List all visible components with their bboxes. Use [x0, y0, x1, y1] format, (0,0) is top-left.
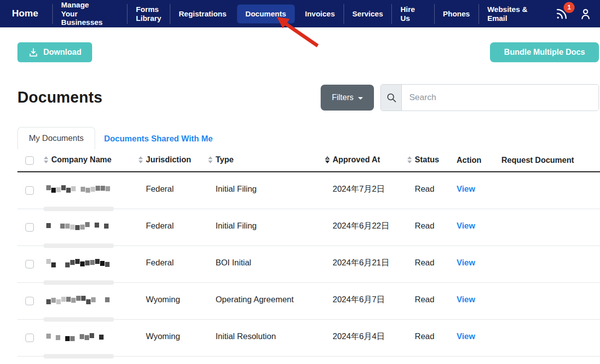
jurisdiction-cell: Wyoming: [135, 283, 205, 320]
table-row: Wyoming Initial Resolution 2024年6月4日 Rea…: [17, 320, 600, 357]
nav-item-documents[interactable]: Documents: [237, 4, 295, 23]
company-name-redacted-line2: [43, 280, 114, 285]
row-checkbox[interactable]: [25, 334, 34, 342]
status-cell: Read: [404, 246, 451, 283]
table-row: Federal Initial Filing 2024年7月2日 Read Vi…: [17, 172, 600, 209]
sort-icon: [44, 156, 48, 163]
download-icon: [28, 47, 38, 57]
sort-icon: [208, 156, 213, 163]
sort-icon-descending: [325, 156, 330, 163]
company-name-redacted: [46, 295, 110, 305]
nav-item-forms-library[interactable]: Forms Library: [127, 4, 170, 24]
column-header-company-name[interactable]: Company Name: [40, 149, 135, 172]
view-link[interactable]: View: [457, 332, 475, 341]
type-cell: Initial Resolution: [205, 320, 322, 357]
jurisdiction-cell: Federal: [135, 172, 205, 209]
view-link[interactable]: View: [457, 184, 475, 193]
column-header-status[interactable]: Status: [404, 149, 451, 172]
nav-item-registrations[interactable]: Registrations: [170, 4, 235, 24]
status-cell: Read: [404, 320, 451, 357]
select-all-checkbox[interactable]: [25, 156, 34, 165]
sort-icon: [138, 156, 143, 163]
column-header-request-document: Request Document: [496, 149, 600, 172]
company-name-cell: [40, 172, 135, 209]
jurisdiction-cell: Federal: [135, 246, 205, 283]
status-cell: Read: [404, 172, 451, 209]
nav-item-websites-email[interactable]: Websites & Email: [479, 4, 555, 24]
download-button[interactable]: Download: [17, 42, 92, 62]
user-icon[interactable]: [579, 7, 592, 20]
view-link[interactable]: View: [457, 295, 475, 304]
row-checkbox[interactable]: [25, 223, 34, 232]
documents-tabs: My Documents Documents Shared With Me: [17, 127, 600, 149]
nav-item-hire-us[interactable]: Hire Us: [391, 4, 434, 24]
company-name-redacted: [46, 332, 109, 342]
row-checkbox[interactable]: [25, 260, 34, 268]
column-header-approved-at[interactable]: Approved At: [322, 149, 404, 172]
column-header-type[interactable]: Type: [205, 149, 322, 172]
company-name-redacted-line2: [43, 207, 114, 211]
search-input[interactable]: [402, 85, 599, 111]
notification-badge: 1: [564, 2, 575, 13]
request-document-cell: [496, 209, 600, 246]
approved-at-cell: 2024年6月4日: [322, 320, 404, 357]
request-document-cell: [496, 357, 600, 364]
approved-at-cell: 2024年7月2日: [322, 172, 404, 209]
filters-button[interactable]: Filters: [321, 85, 374, 111]
nav-item-phones[interactable]: Phones: [434, 4, 479, 24]
status-cell: Read: [404, 209, 451, 246]
view-link[interactable]: View: [457, 258, 475, 267]
tab-documents-shared-with-me[interactable]: Documents Shared With Me: [95, 128, 222, 149]
company-name-redacted: [46, 184, 111, 194]
nav-item-invoices[interactable]: Invoices: [297, 4, 344, 24]
toolbar: Download Bundle Multiple Docs: [17, 42, 600, 62]
chevron-down-icon: [358, 97, 363, 100]
page-title: Documents: [17, 89, 103, 107]
table-row: Wyoming Operating Agreement 2024年6月7日 Re…: [17, 283, 600, 320]
nav-item-home[interactable]: Home: [12, 4, 52, 24]
status-cell: Read: [404, 357, 451, 364]
tab-my-documents[interactable]: My Documents: [17, 127, 95, 149]
top-nav: Home Manage Your Businesses Forms Librar…: [0, 0, 600, 27]
table-row: Federal Initial Filing 2024年6月22日 Read V…: [17, 209, 600, 246]
sort-icon: [407, 156, 412, 163]
company-name-cell: [40, 283, 135, 320]
column-header-action: Action: [451, 149, 496, 172]
request-document-cell: [496, 172, 600, 209]
row-checkbox[interactable]: [25, 297, 34, 305]
type-cell: Operating Agreement: [205, 283, 322, 320]
company-name-redacted: [46, 258, 110, 268]
company-name-redacted-line2: [43, 354, 114, 359]
company-name-cell: [40, 209, 135, 246]
type-cell: Initial Filing: [205, 209, 322, 246]
approved-at-cell: 2024年6月21日: [322, 246, 404, 283]
request-document-cell: [496, 320, 600, 357]
approved-at-cell: 2024年6月4日: [322, 357, 404, 364]
company-name-redacted-line2: [43, 317, 114, 322]
request-document-cell: [496, 283, 600, 320]
request-document-cell: [496, 246, 600, 283]
jurisdiction-cell: Federal: [135, 209, 205, 246]
company-name-redacted: [46, 221, 109, 231]
search-group: [380, 84, 599, 111]
approved-at-cell: 2024年6月22日: [322, 209, 404, 246]
bundle-multiple-docs-button[interactable]: Bundle Multiple Docs: [490, 42, 599, 62]
jurisdiction-cell: Wyoming: [135, 320, 205, 357]
column-header-jurisdiction[interactable]: Jurisdiction: [135, 149, 205, 172]
status-cell: Read: [404, 283, 451, 320]
company-name-redacted-line2: [43, 243, 114, 248]
approved-at-cell: 2024年6月7日: [322, 283, 404, 320]
company-name-cell: [40, 246, 135, 283]
nav-item-services[interactable]: Services: [344, 4, 392, 24]
type-cell: BOI Initial: [205, 246, 322, 283]
nav-item-manage-your-businesses[interactable]: Manage Your Businesses: [52, 4, 127, 24]
search-icon: [381, 85, 402, 111]
type-cell: Formation Document: [205, 357, 322, 364]
rss-icon[interactable]: 1: [555, 7, 568, 20]
view-link[interactable]: View: [457, 221, 475, 230]
table-row: Federal BOI Initial 2024年6月21日 Read View: [17, 246, 600, 283]
documents-table-body: Federal Initial Filing 2024年7月2日 Read Vi…: [17, 172, 600, 364]
row-checkbox[interactable]: [25, 186, 34, 195]
company-name-cell: [40, 320, 135, 357]
jurisdiction-cell: Wyoming: [135, 357, 205, 364]
